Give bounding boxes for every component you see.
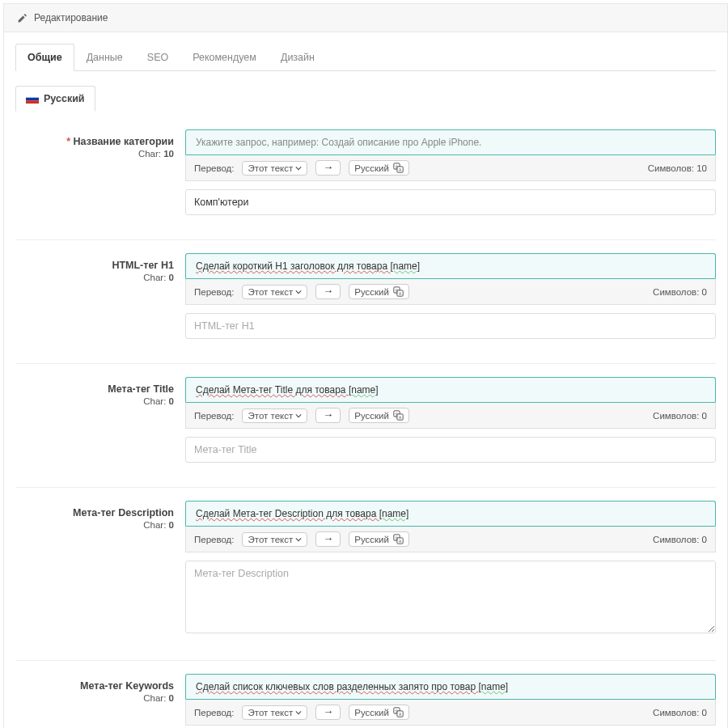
symbol-count: Символов: 0 bbox=[653, 708, 707, 717]
translate-button[interactable]: → bbox=[315, 531, 341, 547]
lang-tab-russian[interactable]: Русский bbox=[15, 86, 95, 112]
target-lang-select[interactable]: Русский 文A bbox=[349, 408, 409, 423]
svg-rect-2 bbox=[26, 100, 39, 104]
tab-3[interactable]: Рекомендуем bbox=[180, 44, 269, 71]
translate-icon: 文A bbox=[393, 707, 404, 717]
target-lang-select[interactable]: Русский 文A bbox=[349, 160, 409, 176]
field-label: Мета-тег TitleChar: 0 bbox=[15, 377, 185, 463]
field-input[interactable] bbox=[185, 561, 716, 633]
prompt-input[interactable]: Сделай список ключевых слов разделенных … bbox=[185, 674, 716, 699]
svg-text:文: 文 bbox=[394, 164, 398, 169]
target-lang-select[interactable]: Русский 文A bbox=[349, 705, 409, 720]
tab-0[interactable]: Общие bbox=[15, 44, 74, 71]
translate-button[interactable]: → bbox=[315, 160, 341, 176]
source-select[interactable]: Этот текст bbox=[242, 161, 307, 176]
field-label: HTML-тег H1Char: 0 bbox=[15, 253, 185, 339]
field-row-3: Мета-тег DescriptionChar: 0Сделай Мета-т… bbox=[15, 501, 716, 661]
field-label: Мета-тег DescriptionChar: 0 bbox=[15, 501, 185, 636]
svg-rect-0 bbox=[26, 95, 39, 98]
translate-bar: Перевод:Этот текст →Русский 文AСимволов: … bbox=[185, 699, 716, 726]
translate-bar: Перевод:Этот текст →Русский 文AСимволов: … bbox=[185, 278, 716, 305]
lang-tab-label: Русский bbox=[44, 93, 85, 104]
field-input[interactable] bbox=[185, 313, 716, 339]
svg-text:文: 文 bbox=[394, 412, 398, 417]
chevron-down-icon bbox=[295, 413, 302, 419]
svg-text:文: 文 bbox=[394, 535, 398, 540]
chevron-down-icon bbox=[295, 289, 302, 295]
prompt-input[interactable]: Сделай короткий H1 заголовок для товара … bbox=[185, 253, 716, 278]
panel-header: Редактирование bbox=[3, 3, 728, 32]
panel-title: Редактирование bbox=[34, 12, 108, 23]
svg-text:文: 文 bbox=[394, 288, 398, 293]
translate-button[interactable]: → bbox=[315, 408, 341, 423]
field-row-0: * Название категорииChar: 10Укажите запр… bbox=[15, 129, 716, 240]
translate-button[interactable]: → bbox=[315, 284, 341, 299]
chevron-down-icon bbox=[295, 536, 302, 543]
source-select[interactable]: Этот текст bbox=[242, 408, 307, 423]
translate-bar: Перевод:Этот текст →Русский 文AСимволов: … bbox=[185, 402, 716, 429]
field-row-1: HTML-тег H1Char: 0Сделай короткий H1 заг… bbox=[15, 253, 716, 364]
target-lang-select[interactable]: Русский 文A bbox=[349, 284, 409, 299]
translate-bar: Перевод:Этот текст →Русский 文AСимволов: … bbox=[185, 526, 716, 552]
translate-label: Перевод: bbox=[194, 411, 234, 421]
symbol-count: Символов: 0 bbox=[653, 535, 707, 544]
translate-icon: 文A bbox=[393, 534, 404, 544]
translate-icon: 文A bbox=[393, 163, 404, 173]
translate-label: Перевод: bbox=[194, 163, 234, 173]
svg-text:文: 文 bbox=[394, 709, 398, 713]
field-input[interactable] bbox=[185, 437, 716, 463]
translate-button[interactable]: → bbox=[315, 705, 341, 720]
translate-bar: Перевод:Этот текст →Русский 文AСимволов: … bbox=[185, 154, 716, 181]
translate-icon: 文A bbox=[393, 286, 404, 297]
tab-4[interactable]: Дизайн bbox=[269, 44, 327, 71]
translate-label: Перевод: bbox=[194, 535, 234, 544]
chevron-down-icon bbox=[295, 709, 302, 716]
translate-icon: 文A bbox=[393, 410, 404, 421]
main-tabs: ОбщиеДанныеSEOРекомендуемДизайн bbox=[15, 44, 716, 71]
field-label: * Название категорииChar: 10 bbox=[15, 129, 185, 215]
field-input[interactable] bbox=[185, 189, 716, 215]
prompt-input[interactable]: Сделай Мета-тег Description для товара [… bbox=[185, 501, 716, 526]
flag-ru-icon bbox=[26, 95, 39, 104]
pencil-icon bbox=[17, 13, 28, 23]
field-row-2: Мета-тег TitleChar: 0Сделай Мета-тег Tit… bbox=[15, 377, 716, 488]
source-select[interactable]: Этот текст bbox=[242, 532, 307, 547]
symbol-count: Символов: 0 bbox=[653, 287, 707, 297]
prompt-input[interactable]: Укажите запрос, например: Создай описани… bbox=[185, 129, 716, 154]
translate-label: Перевод: bbox=[194, 287, 234, 297]
symbol-count: Символов: 10 bbox=[648, 163, 707, 173]
target-lang-select[interactable]: Русский 文A bbox=[349, 531, 409, 547]
symbol-count: Символов: 0 bbox=[653, 411, 707, 421]
chevron-down-icon bbox=[295, 165, 302, 171]
field-label: Мета-тег KeywordsChar: 0 bbox=[15, 674, 185, 728]
language-tabs: Русский bbox=[15, 86, 95, 112]
prompt-input[interactable]: Сделай Мета-тег Title для товара [name] bbox=[185, 377, 716, 402]
translate-label: Перевод: bbox=[194, 708, 234, 717]
svg-rect-1 bbox=[26, 97, 39, 100]
source-select[interactable]: Этот текст bbox=[242, 285, 307, 299]
field-row-4: Мета-тег KeywordsChar: 0Сделай список кл… bbox=[15, 674, 716, 728]
tab-1[interactable]: Данные bbox=[74, 44, 135, 71]
tab-2[interactable]: SEO bbox=[135, 44, 180, 71]
source-select[interactable]: Этот текст bbox=[242, 705, 307, 720]
